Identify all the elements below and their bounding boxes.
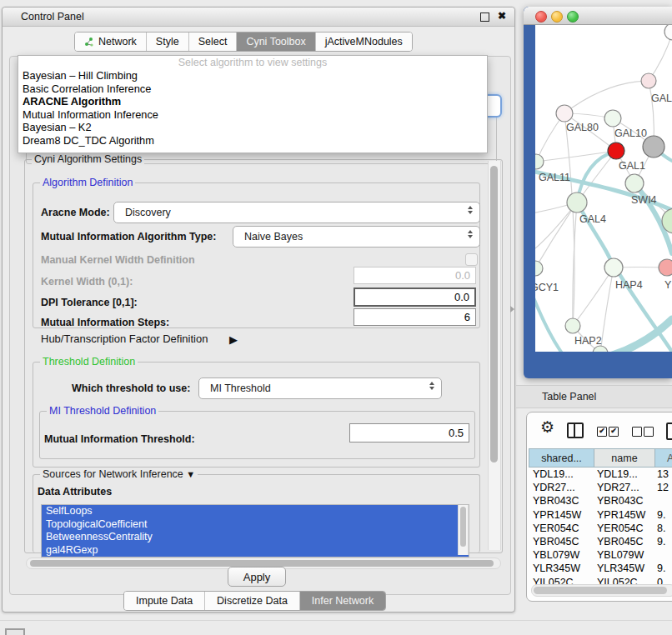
table-row[interactable]: YPR145WYPR145W9.	[529, 508, 672, 522]
dropdown-item[interactable]: Dream8 DC_TDC Algorithm	[18, 134, 487, 148]
network-node-gal4[interactable]	[567, 192, 587, 212]
network-node[interactable]	[659, 259, 672, 276]
attributes-scrollbar[interactable]	[458, 505, 469, 555]
minimized-panel-icon[interactable]	[5, 628, 25, 635]
dropdown-item-selected[interactable]: ARACNE Algorithm	[18, 95, 487, 108]
attribute-item[interactable]: TopologicalCoefficient	[42, 518, 469, 532]
network-node-hap2[interactable]	[565, 318, 580, 333]
select-columns-checked-icon[interactable]: ✔	[609, 427, 619, 437]
dropdown-item[interactable]: Bayesian – K2	[18, 121, 487, 134]
mi-algorithm-type-select[interactable]: Naive Bayes	[233, 226, 480, 248]
control-panel-titlebar[interactable]: Control Panel ✖	[3, 8, 514, 27]
network-node-gal80[interactable]	[556, 105, 573, 122]
data-attributes-list: SelfLoops TopologicalCoefficient Between…	[41, 504, 469, 558]
network-node[interactable]	[641, 73, 656, 88]
combo-arrows-icon	[428, 382, 436, 390]
network-node[interactable]	[593, 346, 608, 352]
scrollbar-thumb[interactable]	[30, 560, 494, 567]
mi-threshold-input[interactable]	[349, 423, 469, 442]
tab-jactivemnodules[interactable]: jActiveMNodules	[316, 32, 412, 51]
deselect-columns-icon[interactable]	[644, 427, 654, 437]
scrollbar-thumb[interactable]	[534, 587, 667, 594]
column-header-shared-name[interactable]: shared...	[529, 448, 594, 468]
close-traffic-light[interactable]	[535, 11, 547, 22]
kernel-width-input[interactable]	[354, 267, 476, 284]
manual-kernel-width-checkbox[interactable]	[465, 253, 478, 266]
dropdown-item[interactable]: Bayesian – Hill Climbing	[18, 69, 487, 82]
minimize-traffic-light[interactable]	[551, 11, 563, 22]
select-columns-checked-icon[interactable]: ✔	[597, 427, 607, 437]
close-icon[interactable]: ✖	[498, 10, 506, 22]
network-node-swi4[interactable]	[625, 174, 644, 192]
collapse-right-icon[interactable]: ▶	[229, 333, 238, 346]
table-row[interactable]: YER054CYER054C8.	[529, 522, 672, 535]
status-divider	[0, 620, 672, 621]
node-table-container: ⚙ ✔ ✔ shared... name A YDL19...YDL19...1…	[526, 412, 672, 602]
dropdown-item[interactable]: Basic Correlation Inference	[18, 82, 487, 96]
network-window-titlebar[interactable]	[524, 7, 672, 25]
split-table-icon[interactable]	[567, 422, 584, 438]
node-label: HAP4	[615, 279, 643, 291]
attribute-item[interactable]: BetweennessCentrality	[42, 531, 469, 544]
node-label: Y	[664, 279, 672, 291]
algorithm-dropdown-popup: Select algorithm to view settings Bayesi…	[18, 55, 488, 153]
mi-steps-input[interactable]	[354, 308, 476, 326]
manual-kernel-width-label: Manual Kernel Width Definition	[41, 254, 195, 266]
scrollbar-thumb[interactable]	[490, 166, 498, 462]
table-row[interactable]: YLR345WYLR345W9.	[529, 562, 672, 575]
scrollbar-thumb[interactable]	[460, 507, 466, 547]
cyni-bottom-tabs: Impute Data Discretize Data Infer Networ…	[123, 591, 386, 611]
network-node-gal1[interactable]	[608, 142, 624, 159]
tab-infer-network[interactable]: Infer Network	[300, 592, 385, 610]
settings-vertical-scrollbar[interactable]	[488, 161, 501, 550]
table-row[interactable]: YBL079WYBL079W	[529, 548, 672, 562]
node-label: SWI4	[631, 194, 657, 206]
network-node[interactable]	[664, 25, 672, 40]
table-row[interactable]: YBR045CYBR045C9.	[529, 535, 672, 548]
node-label: HAP2	[574, 335, 602, 347]
attribute-item[interactable]: gal4RGexp	[42, 544, 469, 558]
dpi-tolerance-input[interactable]	[354, 288, 476, 307]
which-threshold-select[interactable]: MI Threshold	[198, 378, 442, 399]
zoom-traffic-light[interactable]	[567, 11, 579, 22]
tab-impute-data[interactable]: Impute Data	[124, 592, 205, 610]
float-window-icon[interactable]	[480, 12, 489, 22]
deselect-columns-icon[interactable]	[632, 427, 642, 437]
column-header-name[interactable]: name	[594, 448, 655, 468]
network-node-gcy1[interactable]	[535, 261, 543, 276]
aracne-mode-select[interactable]: Discovery	[113, 202, 480, 223]
kernel-width-label: Kernel Width (0,1):	[41, 276, 133, 288]
tab-style[interactable]: Style	[147, 32, 189, 51]
hub-definition-label[interactable]: Hub/Transcription Factor Definition	[41, 332, 208, 345]
table-panel-title: Table Panel	[542, 391, 596, 402]
table-row[interactable]: YBR043CYBR043C	[529, 494, 672, 508]
table-row[interactable]: YDR27...YDR27...12	[529, 481, 672, 494]
dropdown-item[interactable]: Mutual Information Inference	[18, 108, 487, 122]
node-label: GAL1	[619, 160, 645, 172]
node-label: GCY1	[535, 282, 559, 293]
mi-algorithm-type-label: Mutual Information Algorithm Type:	[41, 231, 216, 242]
splitter-collapse-icon[interactable]	[510, 306, 514, 312]
aracne-mode-label: Aracne Mode:	[41, 207, 110, 218]
tab-select[interactable]: Select	[189, 32, 238, 51]
network-view-window[interactable]: GAL80 GAL10 GAL1 GAL11 SWI4 GAL4 GCY1 HA…	[524, 7, 672, 378]
which-threshold-label: Which threshold to use:	[72, 382, 190, 394]
dropdown-prompt: Select algorithm to view settings	[18, 56, 487, 69]
network-canvas[interactable]: GAL80 GAL10 GAL1 GAL11 SWI4 GAL4 GCY1 HA…	[535, 25, 672, 352]
network-node-gal11[interactable]	[535, 154, 544, 169]
network-graph: GAL80 GAL10 GAL1 GAL11 SWI4 GAL4 GCY1 HA…	[535, 25, 672, 352]
network-node-hap4[interactable]	[604, 258, 623, 277]
tab-cyni-toolbox[interactable]: Cyni Toolbox	[237, 32, 315, 51]
column-header-partial[interactable]: A	[655, 448, 672, 468]
attribute-item[interactable]: SelfLoops	[42, 505, 469, 518]
mi-threshold-label: Mutual Information Threshold:	[44, 433, 195, 445]
network-node-gal10[interactable]	[604, 110, 621, 127]
tab-discretize-data[interactable]: Discretize Data	[205, 592, 300, 610]
table-row[interactable]: YDL19...YDL19...13	[529, 468, 672, 481]
gear-icon[interactable]: ⚙	[540, 419, 554, 435]
table-horizontal-scrollbar[interactable]	[531, 584, 672, 597]
tab-network[interactable]: Network	[75, 32, 147, 51]
collapse-down-icon[interactable]: ▼	[186, 469, 195, 479]
export-table-icon[interactable]	[666, 422, 672, 440]
apply-button[interactable]: Apply	[228, 567, 286, 587]
